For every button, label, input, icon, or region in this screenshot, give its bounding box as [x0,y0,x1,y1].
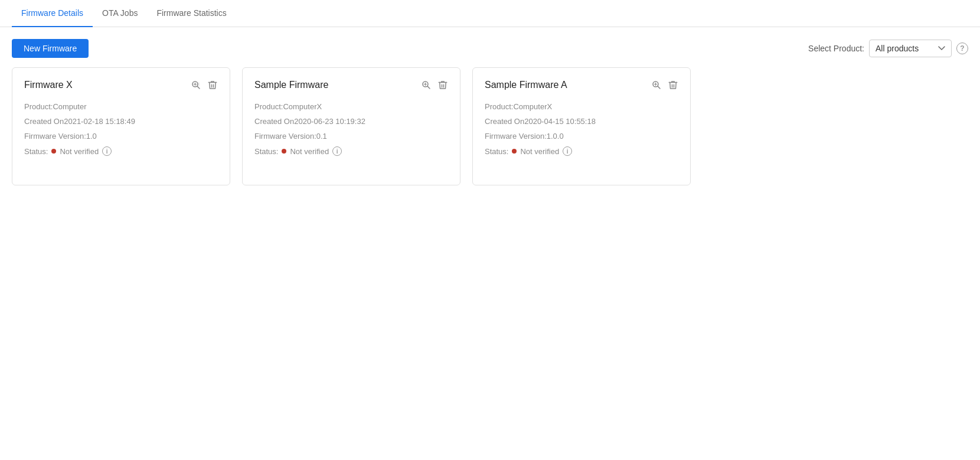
card-created-on: Created On2020-04-15 10:55:18 [485,117,678,126]
svg-line-4 [427,86,430,89]
card-firmware-version: Firmware Version:1.0.0 [485,132,678,141]
select-product-dropdown[interactable]: All products Computer ComputerX [869,40,952,57]
status-label: Status: [254,147,278,156]
status-text: Not verified [60,147,99,156]
toolbar: New Firmware Select Product: All product… [0,27,980,67]
tab-firmware-details[interactable]: Firmware Details [12,0,93,27]
firmware-card-firmware-x: Firmware X [12,67,230,185]
search-icon[interactable] [651,80,662,90]
card-title: Sample Firmware A [485,80,567,90]
card-product: Product:ComputerX [254,102,448,111]
search-icon[interactable] [421,80,432,90]
delete-icon[interactable] [437,80,448,90]
status-info-icon[interactable]: i [563,146,572,156]
card-firmware-version: Firmware Version:0.1 [254,132,448,141]
delete-icon[interactable] [207,80,218,90]
firmware-cards-container: Firmware X [0,67,980,185]
help-icon[interactable]: ? [956,43,968,54]
firmware-card-sample-firmware: Sample Firmware [242,67,460,185]
new-firmware-button[interactable]: New Firmware [12,39,89,58]
status-info-icon[interactable]: i [102,146,112,156]
select-product-area: Select Product: All products Computer Co… [808,40,968,57]
svg-line-2 [197,86,200,89]
card-status-row: Status: Not verified i [24,146,218,156]
card-firmware-version: Firmware Version:1.0 [24,132,218,141]
status-text: Not verified [520,147,559,156]
card-header: Sample Firmware A [485,80,678,90]
card-actions [651,80,678,90]
tab-ota-jobs[interactable]: OTA Jobs [93,0,147,27]
card-header: Sample Firmware [254,80,448,90]
card-product: Product:Computer [24,102,218,111]
card-status-row: Status: Not verified i [254,146,448,156]
tab-firmware-statistics[interactable]: Firmware Statistics [147,0,236,27]
search-icon[interactable] [191,80,201,90]
card-created-on: Created On2020-06-23 10:19:32 [254,117,448,126]
status-info-icon[interactable]: i [332,146,342,156]
status-text: Not verified [290,147,329,156]
card-header: Firmware X [24,80,218,90]
svg-line-6 [658,86,660,89]
card-status-row: Status: Not verified i [485,146,678,156]
delete-icon[interactable] [668,80,678,90]
status-dot [51,149,56,154]
status-dot [282,149,286,154]
card-product: Product:ComputerX [485,102,678,111]
status-dot [512,149,517,154]
tabs-bar: Firmware Details OTA Jobs Firmware Stati… [0,0,980,27]
card-actions [191,80,218,90]
card-title: Sample Firmware [254,80,328,90]
card-actions [421,80,448,90]
status-label: Status: [24,147,48,156]
firmware-card-sample-firmware-a: Sample Firmware A [472,67,691,185]
card-title: Firmware X [24,80,73,90]
status-label: Status: [485,147,508,156]
svg-rect-1 [197,83,200,86]
card-created-on: Created On2021-02-18 15:18:49 [24,117,218,126]
select-product-label: Select Product: [808,44,864,53]
